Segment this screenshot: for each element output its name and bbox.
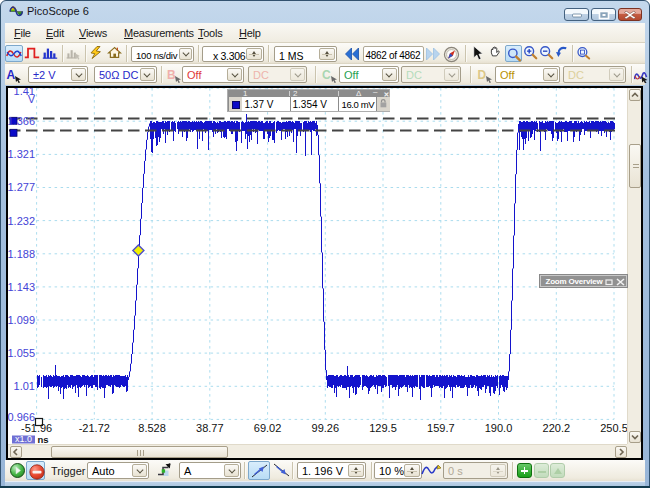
svg-text:220.2: 220.2 — [543, 422, 571, 434]
svg-text:1.01: 1.01 — [14, 380, 35, 392]
svg-text:x1.0: x1.0 — [15, 434, 32, 444]
svg-text:159.7: 159.7 — [427, 422, 455, 434]
svg-text:99.26: 99.26 — [312, 422, 340, 434]
svg-text:ns: ns — [38, 434, 49, 445]
svg-text:V: V — [28, 93, 36, 105]
svg-text:-21.72: -21.72 — [79, 422, 110, 434]
svg-text:1.366: 1.366 — [8, 115, 35, 127]
svg-text:8.528: 8.528 — [138, 422, 166, 434]
svg-text:1.143: 1.143 — [8, 281, 35, 293]
svg-text:1.277: 1.277 — [8, 181, 35, 193]
svg-text:38.77: 38.77 — [196, 422, 224, 434]
svg-text:69.02: 69.02 — [254, 422, 282, 434]
svg-text:1.321: 1.321 — [8, 148, 35, 160]
svg-text:129.5: 129.5 — [369, 422, 397, 434]
svg-text:250.5: 250.5 — [600, 422, 627, 434]
svg-text:-51.96: -51.96 — [21, 422, 52, 434]
svg-text:1.099: 1.099 — [8, 314, 35, 326]
svg-text:190.0: 190.0 — [485, 422, 513, 434]
svg-text:1.055: 1.055 — [8, 347, 35, 359]
svg-text:1.188: 1.188 — [8, 248, 35, 260]
svg-text:1.232: 1.232 — [8, 215, 35, 227]
